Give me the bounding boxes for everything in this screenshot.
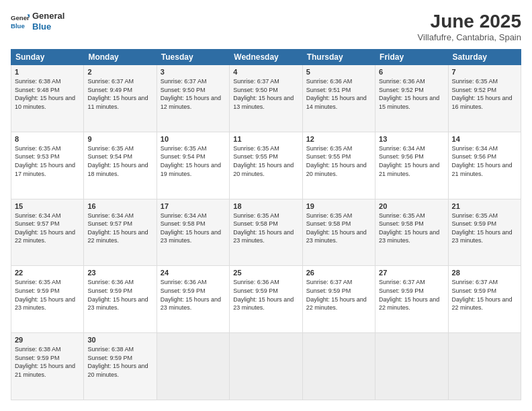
day-info: Sunrise: 6:35 AMSunset: 9:59 PMDaylight:… bbox=[15, 278, 80, 312]
day-info: Sunrise: 6:38 AMSunset: 9:59 PMDaylight:… bbox=[15, 345, 80, 379]
day-info: Sunrise: 6:35 AMSunset: 9:58 PMDaylight:… bbox=[306, 212, 371, 245]
logo: General Blue General Blue bbox=[11, 11, 64, 32]
day-number: 28 bbox=[452, 269, 517, 277]
calendar-week-5: 29Sunrise: 6:38 AMSunset: 9:59 PMDayligh… bbox=[11, 333, 521, 400]
day-number: 11 bbox=[233, 135, 298, 143]
day-cell-26: 26Sunrise: 6:37 AMSunset: 9:59 PMDayligh… bbox=[302, 266, 375, 333]
day-info: Sunrise: 6:34 AMSunset: 9:57 PMDaylight:… bbox=[15, 212, 80, 245]
day-info: Sunrise: 6:38 AMSunset: 9:48 PMDaylight:… bbox=[15, 77, 80, 111]
empty-cell bbox=[375, 333, 448, 400]
day-cell-25: 25Sunrise: 6:36 AMSunset: 9:59 PMDayligh… bbox=[230, 266, 302, 333]
day-info: Sunrise: 6:35 AMSunset: 9:59 PMDaylight:… bbox=[452, 212, 517, 245]
day-number: 18 bbox=[233, 202, 298, 210]
day-cell-14: 14Sunrise: 6:34 AMSunset: 9:56 PMDayligh… bbox=[448, 132, 521, 199]
day-cell-22: 22Sunrise: 6:35 AMSunset: 9:59 PMDayligh… bbox=[11, 266, 84, 333]
day-info: Sunrise: 6:36 AMSunset: 9:59 PMDaylight:… bbox=[87, 278, 152, 312]
day-cell-2: 2Sunrise: 6:37 AMSunset: 9:49 PMDaylight… bbox=[84, 65, 157, 132]
calendar-week-3: 15Sunrise: 6:34 AMSunset: 9:57 PMDayligh… bbox=[11, 199, 521, 266]
day-number: 23 bbox=[87, 269, 152, 277]
day-info: Sunrise: 6:34 AMSunset: 9:57 PMDaylight:… bbox=[87, 212, 152, 245]
day-info: Sunrise: 6:35 AMSunset: 9:54 PMDaylight:… bbox=[161, 144, 226, 178]
day-info: Sunrise: 6:37 AMSunset: 9:50 PMDaylight:… bbox=[233, 77, 298, 111]
day-cell-17: 17Sunrise: 6:34 AMSunset: 9:58 PMDayligh… bbox=[157, 199, 229, 266]
col-header-thursday: Thursday bbox=[302, 50, 375, 65]
day-info: Sunrise: 6:35 AMSunset: 9:54 PMDaylight:… bbox=[87, 144, 152, 178]
empty-cell bbox=[302, 333, 375, 400]
logo-line2: Blue bbox=[32, 21, 64, 32]
day-cell-10: 10Sunrise: 6:35 AMSunset: 9:54 PMDayligh… bbox=[157, 132, 229, 199]
day-info: Sunrise: 6:35 AMSunset: 9:55 PMDaylight:… bbox=[306, 144, 371, 178]
day-cell-29: 29Sunrise: 6:38 AMSunset: 9:59 PMDayligh… bbox=[11, 333, 84, 400]
calendar-week-4: 22Sunrise: 6:35 AMSunset: 9:59 PMDayligh… bbox=[11, 266, 521, 333]
logo-icon: General Blue bbox=[11, 12, 30, 31]
day-number: 10 bbox=[161, 135, 226, 143]
day-cell-15: 15Sunrise: 6:34 AMSunset: 9:57 PMDayligh… bbox=[11, 199, 84, 266]
day-number: 12 bbox=[306, 135, 371, 143]
day-number: 17 bbox=[161, 202, 226, 210]
day-cell-30: 30Sunrise: 6:38 AMSunset: 9:59 PMDayligh… bbox=[84, 333, 157, 400]
day-number: 29 bbox=[15, 336, 80, 344]
day-cell-1: 1Sunrise: 6:38 AMSunset: 9:48 PMDaylight… bbox=[11, 65, 84, 132]
day-info: Sunrise: 6:38 AMSunset: 9:59 PMDaylight:… bbox=[87, 345, 152, 379]
day-info: Sunrise: 6:36 AMSunset: 9:52 PMDaylight:… bbox=[379, 77, 444, 111]
day-info: Sunrise: 6:34 AMSunset: 9:56 PMDaylight:… bbox=[452, 144, 517, 178]
day-number: 15 bbox=[15, 202, 80, 210]
day-info: Sunrise: 6:34 AMSunset: 9:58 PMDaylight:… bbox=[161, 212, 226, 245]
page: General Blue General Blue June 2025 Vill… bbox=[0, 0, 532, 411]
empty-cell bbox=[230, 333, 302, 400]
day-cell-9: 9Sunrise: 6:35 AMSunset: 9:54 PMDaylight… bbox=[84, 132, 157, 199]
calendar-header-row: SundayMondayTuesdayWednesdayThursdayFrid… bbox=[11, 50, 521, 65]
day-number: 6 bbox=[379, 68, 444, 76]
month-year: June 2025 bbox=[418, 11, 521, 32]
day-cell-16: 16Sunrise: 6:34 AMSunset: 9:57 PMDayligh… bbox=[84, 199, 157, 266]
day-number: 13 bbox=[379, 135, 444, 143]
day-number: 22 bbox=[15, 269, 80, 277]
empty-cell bbox=[157, 333, 229, 400]
col-header-wednesday: Wednesday bbox=[230, 50, 302, 65]
day-number: 4 bbox=[233, 68, 298, 76]
empty-cell bbox=[448, 333, 521, 400]
day-cell-28: 28Sunrise: 6:37 AMSunset: 9:59 PMDayligh… bbox=[448, 266, 521, 333]
day-cell-7: 7Sunrise: 6:35 AMSunset: 9:52 PMDaylight… bbox=[448, 65, 521, 132]
day-info: Sunrise: 6:34 AMSunset: 9:56 PMDaylight:… bbox=[379, 144, 444, 178]
col-header-monday: Monday bbox=[84, 50, 157, 65]
day-cell-23: 23Sunrise: 6:36 AMSunset: 9:59 PMDayligh… bbox=[84, 266, 157, 333]
col-header-friday: Friday bbox=[375, 50, 448, 65]
day-cell-8: 8Sunrise: 6:35 AMSunset: 9:53 PMDaylight… bbox=[11, 132, 84, 199]
day-number: 30 bbox=[87, 336, 152, 344]
day-number: 3 bbox=[161, 68, 226, 76]
day-number: 20 bbox=[379, 202, 444, 210]
col-header-sunday: Sunday bbox=[11, 50, 84, 65]
day-number: 21 bbox=[452, 202, 517, 210]
day-info: Sunrise: 6:37 AMSunset: 9:59 PMDaylight:… bbox=[379, 278, 444, 312]
day-number: 2 bbox=[87, 68, 152, 76]
day-cell-21: 21Sunrise: 6:35 AMSunset: 9:59 PMDayligh… bbox=[448, 199, 521, 266]
day-number: 24 bbox=[161, 269, 226, 277]
day-info: Sunrise: 6:35 AMSunset: 9:53 PMDaylight:… bbox=[15, 144, 80, 178]
day-cell-27: 27Sunrise: 6:37 AMSunset: 9:59 PMDayligh… bbox=[375, 266, 448, 333]
location: Villafufre, Cantabria, Spain bbox=[418, 32, 521, 42]
day-info: Sunrise: 6:37 AMSunset: 9:59 PMDaylight:… bbox=[452, 278, 517, 312]
day-number: 1 bbox=[15, 68, 80, 76]
logo-line1: General bbox=[32, 11, 64, 21]
day-cell-24: 24Sunrise: 6:36 AMSunset: 9:59 PMDayligh… bbox=[157, 266, 229, 333]
calendar-table: SundayMondayTuesdayWednesdayThursdayFrid… bbox=[11, 49, 521, 400]
day-number: 27 bbox=[379, 269, 444, 277]
day-info: Sunrise: 6:37 AMSunset: 9:49 PMDaylight:… bbox=[87, 77, 152, 111]
day-info: Sunrise: 6:36 AMSunset: 9:51 PMDaylight:… bbox=[306, 77, 371, 111]
day-cell-4: 4Sunrise: 6:37 AMSunset: 9:50 PMDaylight… bbox=[230, 65, 302, 132]
svg-text:General: General bbox=[11, 14, 30, 21]
day-number: 8 bbox=[15, 135, 80, 143]
day-info: Sunrise: 6:35 AMSunset: 9:58 PMDaylight:… bbox=[379, 212, 444, 245]
day-cell-20: 20Sunrise: 6:35 AMSunset: 9:58 PMDayligh… bbox=[375, 199, 448, 266]
day-cell-3: 3Sunrise: 6:37 AMSunset: 9:50 PMDaylight… bbox=[157, 65, 229, 132]
day-cell-19: 19Sunrise: 6:35 AMSunset: 9:58 PMDayligh… bbox=[302, 199, 375, 266]
day-number: 19 bbox=[306, 202, 371, 210]
title-block: June 2025 Villafufre, Cantabria, Spain bbox=[418, 11, 521, 42]
day-number: 16 bbox=[87, 202, 152, 210]
col-header-tuesday: Tuesday bbox=[157, 50, 229, 65]
svg-text:Blue: Blue bbox=[11, 21, 25, 29]
day-number: 5 bbox=[306, 68, 371, 76]
day-info: Sunrise: 6:35 AMSunset: 9:55 PMDaylight:… bbox=[233, 144, 298, 178]
day-info: Sunrise: 6:37 AMSunset: 9:59 PMDaylight:… bbox=[306, 278, 371, 312]
